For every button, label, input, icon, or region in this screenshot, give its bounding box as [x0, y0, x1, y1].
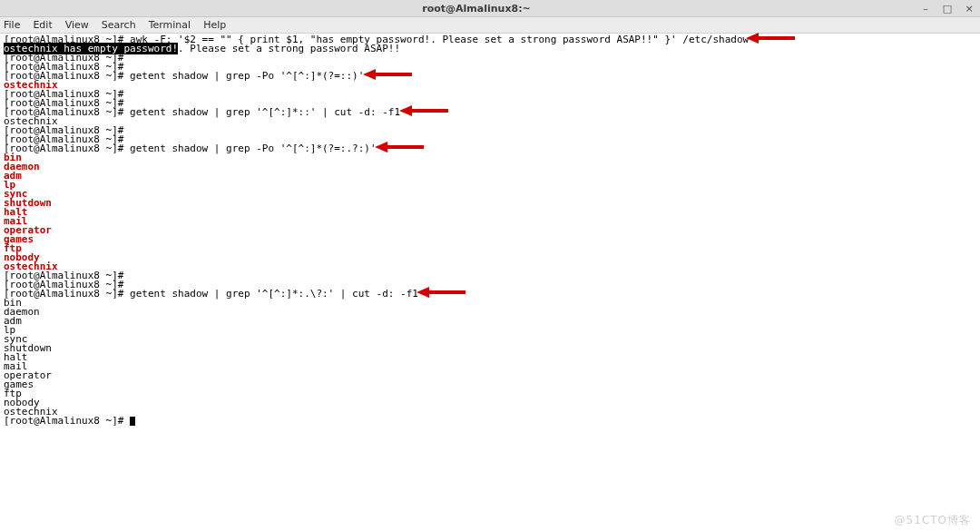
terminal-line: ftp [4, 244, 976, 253]
terminal-line: [root@Almalinux8 ~]# getent shadow | gre… [4, 144, 976, 153]
menu-edit[interactable]: Edit [33, 20, 52, 30]
terminal-line: [root@Almalinux8 ~]# [4, 417, 976, 426]
window-titlebar: root@Almalinux8:~ – □ × [0, 0, 980, 17]
minimize-button[interactable]: – [920, 4, 931, 14]
close-button[interactable]: × [964, 4, 975, 14]
terminal-line: ostechnix [4, 81, 976, 90]
window-title: root@Almalinux8:~ [33, 4, 920, 14]
terminal-line: daemon [4, 162, 976, 172]
terminal-line: adm [4, 317, 976, 326]
menu-file[interactable]: File [4, 20, 20, 30]
menu-help[interactable]: Help [203, 20, 226, 30]
terminal-line: [root@Almalinux8 ~]# [4, 54, 976, 63]
terminal-line: lp [4, 181, 976, 190]
terminal-line: [root@Almalinux8 ~]# [4, 126, 976, 135]
terminal-line: lp [4, 326, 976, 335]
shell-prompt: [root@Almalinux8 ~]# [4, 143, 130, 154]
terminal-line: ostechnix [4, 262, 976, 271]
terminal-line: operator [4, 371, 976, 380]
maximize-button[interactable]: □ [942, 4, 953, 14]
terminal-line: mail [4, 217, 976, 226]
shell-prompt: [root@Almalinux8 ~]# [4, 288, 130, 300]
terminal-line: shutdown [4, 344, 976, 353]
terminal-line: ostechnix has empty password!. Please se… [4, 44, 976, 54]
terminal-line: [root@Almalinux8 ~]# [4, 90, 976, 99]
terminal-line: mail [4, 362, 976, 371]
terminal-line: [root@Almalinux8 ~]# getent shadow | gre… [4, 108, 976, 117]
output-text: . Please set a strong password ASAP!! [178, 43, 400, 54]
menu-bar: File Edit View Search Terminal Help [0, 17, 980, 34]
terminal-line: shutdown [4, 199, 976, 208]
shell-command: getent shadow | grep '^[^:]*:.\?:' | cut… [130, 288, 418, 300]
menu-search[interactable]: Search [102, 20, 136, 30]
terminal-line: bin [4, 299, 976, 308]
terminal-line: halt [4, 208, 976, 217]
terminal-line: halt [4, 353, 976, 362]
terminal-line: nobody [4, 398, 976, 408]
shell-command: getent shadow | grep -Po '^[^:]*(?=:.?:)… [130, 143, 377, 154]
terminal-line: [root@Almalinux8 ~]# getent shadow | gre… [4, 290, 976, 299]
terminal-line: bin [4, 153, 976, 162]
watermark-text: @51CTO博客 [895, 515, 971, 526]
terminal-line: operator [4, 226, 976, 235]
terminal-line: ostechnix [4, 408, 976, 417]
shell-prompt: [root@Almalinux8 ~]# [4, 415, 130, 427]
terminal-line: nobody [4, 253, 976, 262]
terminal-line: ftp [4, 389, 976, 398]
terminal-line: [root@Almalinux8 ~]# [4, 271, 976, 280]
window-controls: – □ × [920, 4, 975, 14]
shell-command: getent shadow | grep -Po '^[^:]*(?=::)' [130, 70, 364, 82]
menu-view[interactable]: View [65, 20, 89, 30]
terminal-line: games [4, 235, 976, 244]
cursor-block [130, 417, 135, 426]
shell-command: getent shadow | grep '^[^:]*::' | cut -d… [130, 106, 400, 118]
menu-terminal[interactable]: Terminal [149, 20, 191, 30]
terminal-line: sync [4, 190, 976, 199]
terminal-viewport[interactable]: [root@Almalinux8 ~]# awk -F: '$2 == "" {… [0, 34, 980, 426]
terminal-line: ostechnix [4, 117, 976, 126]
terminal-line: daemon [4, 308, 976, 317]
terminal-line: adm [4, 172, 976, 181]
terminal-line: sync [4, 335, 976, 344]
terminal-line: [root@Almalinux8 ~]# getent shadow | gre… [4, 72, 976, 81]
terminal-line: games [4, 380, 976, 389]
